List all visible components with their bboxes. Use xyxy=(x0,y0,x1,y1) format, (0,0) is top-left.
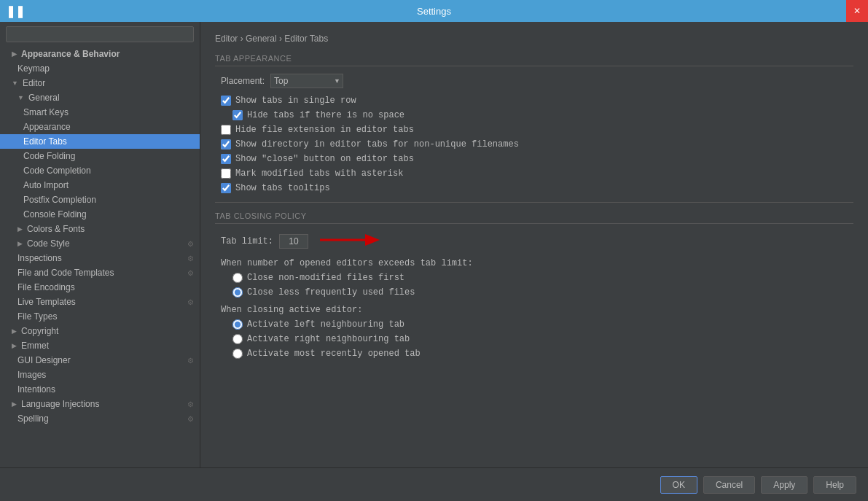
checkbox-label: Hide tabs if there is no space xyxy=(247,110,404,120)
sidebar-item-intentions[interactable]: Intentions xyxy=(0,382,200,397)
checkbox-input-show-directory[interactable] xyxy=(221,139,231,149)
sidebar-item-label: File Types xyxy=(17,311,57,322)
sidebar-item-language-injections[interactable]: ▶ Language Injections ⚙ xyxy=(0,397,200,411)
checkbox-input-hide-extension[interactable] xyxy=(221,125,231,135)
checkbox-input-show-tooltips[interactable] xyxy=(221,183,231,193)
sidebar-item-label: Inspections xyxy=(17,253,62,263)
settings-icon: ⚙ xyxy=(187,269,194,277)
sidebar-item-keymap[interactable]: Keymap xyxy=(0,61,200,76)
ok-button[interactable]: OK xyxy=(660,476,697,494)
checkbox-input-hide-tabs[interactable] xyxy=(232,110,243,120)
sidebar-item-copyright[interactable]: ▶ Copyright xyxy=(0,324,200,338)
help-button[interactable]: Help xyxy=(813,476,856,494)
sidebar-item-file-code-templates[interactable]: File and Code Templates ⚙ xyxy=(0,265,200,280)
tab-appearance-header: Tab Appearance xyxy=(215,54,853,66)
radio-input-close-less-frequently[interactable] xyxy=(232,287,243,298)
radio-activate-right: Activate right neighbouring tab xyxy=(215,334,853,344)
checkbox-label: Show "close" button on editor tabs xyxy=(235,154,414,164)
expand-icon: ▼ xyxy=(17,94,24,101)
sidebar-item-spelling[interactable]: Spelling ⚙ xyxy=(0,411,200,426)
radio-input-close-non-modified[interactable] xyxy=(232,273,243,283)
expand-icon: ▶ xyxy=(12,400,17,408)
sidebar-item-label: File Encodings xyxy=(17,282,75,292)
checkbox-input-show-close[interactable] xyxy=(221,154,231,164)
sidebar-item-editor-tabs[interactable]: Editor Tabs xyxy=(0,134,200,149)
placement-select-wrapper: Top Bottom Left Right None xyxy=(270,74,343,88)
sidebar-item-inspections[interactable]: Inspections ⚙ xyxy=(0,251,200,265)
sidebar-item-label: Editor Tabs xyxy=(23,136,67,147)
sidebar-item-live-templates[interactable]: Live Templates ⚙ xyxy=(0,295,200,309)
when-closing-label: When closing active editor: xyxy=(215,305,853,315)
sidebar-item-file-encodings[interactable]: File Encodings xyxy=(0,280,200,295)
red-arrow-indicator xyxy=(314,231,380,251)
sidebar-item-label: Copyright xyxy=(21,326,58,336)
breadcrumb: Editor › General › Editor Tabs xyxy=(215,34,853,44)
checkbox-hide-file-extension: Hide file extension in editor tabs xyxy=(215,125,853,135)
sidebar-item-code-style[interactable]: ▶ Code Style ⚙ xyxy=(0,236,200,251)
sidebar-item-smart-keys[interactable]: Smart Keys xyxy=(0,105,200,120)
settings-icon: ⚙ xyxy=(187,240,194,248)
checkbox-mark-modified: Mark modified tabs with asterisk xyxy=(215,168,853,179)
sidebar-item-label: Console Folding xyxy=(23,209,87,220)
tab-limit-input[interactable] xyxy=(279,234,308,249)
sidebar-item-code-folding[interactable]: Code Folding xyxy=(0,149,200,163)
checkbox-label: Show directory in editor tabs for non-un… xyxy=(235,139,519,149)
sidebar-item-label: General xyxy=(28,93,60,103)
sidebar-item-label: GUI Designer xyxy=(17,355,71,365)
sidebar-item-label: Smart Keys xyxy=(23,107,69,117)
sidebar-item-label: Language Injections xyxy=(21,399,99,409)
title-bar: ❚❚ Settings ✕ xyxy=(0,0,868,22)
checkbox-show-tooltips: Show tabs tooltips xyxy=(215,183,853,193)
sidebar-item-general[interactable]: ▼ General xyxy=(0,90,200,105)
sidebar-item-editor[interactable]: ▼ Editor xyxy=(0,76,200,90)
sidebar-item-colors-fonts[interactable]: ▶ Colors & Fonts xyxy=(0,222,200,236)
radio-input-activate-right[interactable] xyxy=(232,334,243,344)
sidebar-item-label: Code Folding xyxy=(23,151,75,161)
radio-input-activate-recent[interactable] xyxy=(232,349,243,359)
radio-close-non-modified: Close non-modified files first xyxy=(215,273,853,283)
expand-icon: ▶ xyxy=(12,342,17,349)
sidebar-item-label: Live Templates xyxy=(17,297,76,307)
sidebar-item-label: File and Code Templates xyxy=(17,268,114,278)
checkbox-label: Mark modified tabs with asterisk xyxy=(235,168,403,179)
settings-icon: ⚙ xyxy=(187,255,194,263)
sidebar-search-input[interactable] xyxy=(6,26,194,42)
sidebar-item-label: Code Style xyxy=(27,238,70,249)
sidebar-item-auto-import[interactable]: Auto Import xyxy=(0,178,200,193)
sidebar-item-console-folding[interactable]: Console Folding xyxy=(0,207,200,222)
placement-select[interactable]: Top Bottom Left Right None xyxy=(270,74,343,88)
checkbox-label: Show tabs tooltips xyxy=(235,183,330,193)
sidebar-item-emmet[interactable]: ▶ Emmet xyxy=(0,338,200,353)
checkbox-input-show-tabs[interactable] xyxy=(221,96,231,106)
sidebar-item-code-completion[interactable]: Code Completion xyxy=(0,163,200,178)
sidebar-item-label: Auto Import xyxy=(23,180,69,190)
sidebar-item-label: Postfix Completion xyxy=(23,195,96,205)
sidebar-item-file-types[interactable]: File Types xyxy=(0,309,200,324)
sidebar-item-appearance-behavior[interactable]: ▶ Appearance & Behavior xyxy=(0,47,200,61)
expand-icon: ▶ xyxy=(12,327,17,335)
radio-input-activate-left[interactable] xyxy=(232,319,243,330)
sidebar-item-label: Colors & Fonts xyxy=(27,224,85,234)
checkbox-input-mark-modified[interactable] xyxy=(221,168,231,179)
red-arrow-svg xyxy=(314,231,380,249)
close-button[interactable]: ✕ xyxy=(846,0,868,22)
checkbox-hide-tabs-no-space: Hide tabs if there is no space xyxy=(215,110,853,120)
radio-activate-left: Activate left neighbouring tab xyxy=(215,319,853,330)
settings-icon: ⚙ xyxy=(187,298,194,306)
sidebar-item-label: Editor xyxy=(23,78,45,88)
cancel-button[interactable]: Cancel xyxy=(703,476,755,494)
radio-label: Activate right neighbouring tab xyxy=(247,334,410,344)
sidebar-item-appearance[interactable]: Appearance xyxy=(0,120,200,134)
sidebar-item-gui-designer[interactable]: GUI Designer ⚙ xyxy=(0,353,200,368)
sidebar: ▶ Appearance & Behavior Keymap ▼ Editor … xyxy=(0,22,200,467)
sidebar-item-postfix-completion[interactable]: Postfix Completion xyxy=(0,193,200,207)
radio-activate-recent: Activate most recently opened tab xyxy=(215,349,853,359)
sidebar-item-label: Keymap xyxy=(17,63,50,74)
sidebar-item-images[interactable]: Images xyxy=(0,368,200,382)
sidebar-item-label: Emmet xyxy=(21,341,49,351)
sidebar-item-label: Appearance & Behavior xyxy=(21,49,120,59)
apply-button[interactable]: Apply xyxy=(761,476,808,494)
settings-icon: ⚙ xyxy=(187,357,194,365)
section-divider xyxy=(215,202,853,203)
expand-icon: ▶ xyxy=(17,240,23,247)
